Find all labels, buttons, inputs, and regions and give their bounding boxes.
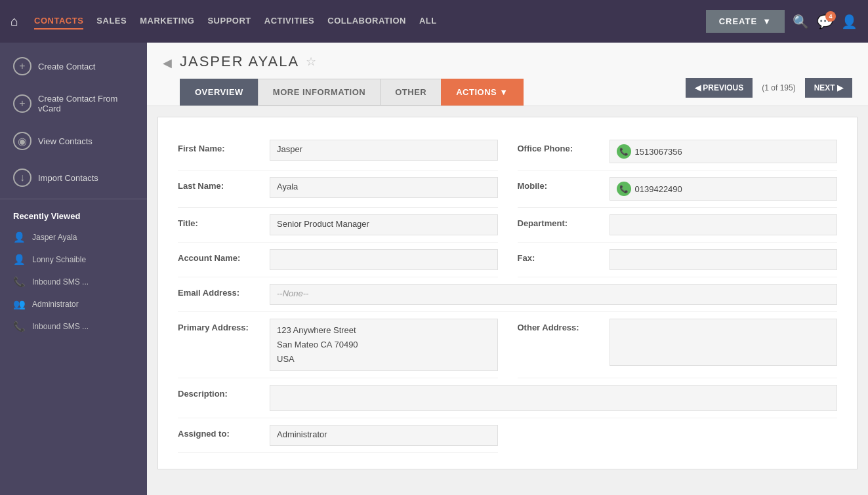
home-icon[interactable]: ⌂ bbox=[10, 14, 18, 29]
account-name-label: Account Name: bbox=[178, 249, 270, 263]
department-value[interactable] bbox=[610, 214, 838, 235]
row-last-name-mobile: Last Name: Ayala Mobile: 📞 0139422490 bbox=[178, 170, 837, 208]
field-primary-address: Primary Address: 123 Anywhere Street San… bbox=[178, 312, 498, 378]
mobile-value[interactable]: 📞 0139422490 bbox=[610, 177, 838, 201]
recent-inbound-sms-2[interactable]: 📞 Inbound SMS ... bbox=[0, 315, 147, 338]
email-value[interactable]: --None-- bbox=[270, 284, 837, 305]
description-label: Description: bbox=[178, 385, 270, 399]
nav-activities[interactable]: ACTIVITIES bbox=[264, 13, 315, 30]
nav-right-actions: CREATE ▼ 🔍 💬 4 👤 bbox=[706, 10, 858, 33]
record-form: First Name: Jasper Office Phone: 📞 15130… bbox=[157, 117, 858, 469]
view-contacts-action[interactable]: ◉ View Contacts bbox=[0, 123, 147, 159]
field-first-name: First Name: Jasper bbox=[178, 133, 498, 170]
primary-address-value[interactable]: 123 Anywhere Street San Mateo CA 70490 U… bbox=[270, 319, 498, 371]
create-contact-icon: + bbox=[13, 57, 31, 75]
other-address-label: Other Address: bbox=[518, 319, 610, 332]
first-name-label: First Name: bbox=[178, 140, 270, 153]
top-navigation: ⌂ CONTACTS SALES MARKETING SUPPORT ACTIV… bbox=[0, 0, 868, 43]
field-assigned-to: Assigned to: Administrator bbox=[178, 418, 498, 453]
page-info: (1 of 195) bbox=[758, 83, 799, 92]
field-account-name: Account Name: bbox=[178, 243, 498, 277]
create-vcard-label: Create Contact From vCard bbox=[38, 94, 134, 113]
row-first-name-office-phone: First Name: Jasper Office Phone: 📞 15130… bbox=[178, 133, 837, 170]
row-account-fax: Account Name: Fax: bbox=[178, 243, 837, 277]
person-icon-1: 👤 bbox=[13, 231, 26, 243]
recent-jasper-ayala[interactable]: 👤 Jasper Ayala bbox=[0, 226, 147, 248]
field-description: Description: bbox=[178, 378, 837, 418]
previous-button[interactable]: ◀ PREVIOUS bbox=[686, 78, 753, 98]
row-description: Description: bbox=[178, 378, 837, 418]
nav-support[interactable]: SUPPORT bbox=[207, 13, 251, 30]
last-name-value[interactable]: Ayala bbox=[270, 177, 498, 198]
primary-address-label: Primary Address: bbox=[178, 319, 270, 332]
title-value[interactable]: Senior Product Manager bbox=[270, 214, 498, 235]
field-title: Title: Senior Product Manager bbox=[178, 208, 498, 243]
import-contacts-action[interactable]: ↓ Import Contacts bbox=[0, 159, 147, 196]
title-label: Title: bbox=[178, 214, 270, 228]
last-name-label: Last Name: bbox=[178, 177, 270, 191]
back-arrow-icon[interactable]: ◀ bbox=[163, 56, 172, 70]
view-contacts-label: View Contacts bbox=[38, 136, 93, 146]
nav-menu: CONTACTS SALES MARKETING SUPPORT ACTIVIT… bbox=[34, 13, 690, 30]
record-name: JASPER AYALA ☆ bbox=[180, 53, 852, 70]
nav-contacts[interactable]: CONTACTS bbox=[34, 13, 83, 30]
import-contacts-label: Import Contacts bbox=[38, 173, 98, 183]
recently-viewed-heading: Recently Viewed bbox=[0, 202, 147, 226]
search-icon[interactable]: 🔍 bbox=[793, 14, 809, 30]
tab-other[interactable]: OTHER bbox=[380, 79, 442, 106]
create-contact-action[interactable]: + Create Contact bbox=[0, 48, 147, 85]
user-avatar[interactable]: 👤 bbox=[841, 14, 858, 30]
record-header: ◀ JASPER AYALA ☆ OVERVIEW MORE INFORMATI… bbox=[147, 43, 868, 106]
recent-lonny-schaible[interactable]: 👤 Lonny Schaible bbox=[0, 248, 147, 271]
person-icon-2: 👤 bbox=[13, 254, 26, 266]
recent-administrator[interactable]: 👥 Administrator bbox=[0, 293, 147, 315]
field-other-address: Other Address: bbox=[518, 312, 838, 378]
field-department: Department: bbox=[518, 208, 838, 243]
pagination-area: ◀ PREVIOUS (1 of 195) NEXT ▶ bbox=[686, 78, 852, 98]
nav-marketing[interactable]: MARKETING bbox=[140, 13, 194, 30]
mobile-label: Mobile: bbox=[518, 177, 610, 191]
account-name-value[interactable] bbox=[270, 249, 498, 270]
create-contact-vcard-action[interactable]: + Create Contact From vCard bbox=[0, 85, 147, 123]
other-address-value[interactable] bbox=[610, 319, 838, 366]
email-label: Email Address: bbox=[178, 284, 270, 298]
tab-overview[interactable]: OVERVIEW bbox=[180, 79, 258, 106]
page-layout: + Create Contact + Create Contact From v… bbox=[0, 43, 868, 495]
recent-inbound-sms-1[interactable]: 📞 Inbound SMS ... bbox=[0, 271, 147, 293]
department-label: Department: bbox=[518, 214, 610, 228]
phone-icon-1: 📞 bbox=[13, 276, 26, 288]
next-button[interactable]: NEXT ▶ bbox=[805, 78, 852, 98]
create-button[interactable]: CREATE ▼ bbox=[706, 10, 785, 33]
phone-icon-2: 📞 bbox=[13, 321, 26, 332]
nav-all[interactable]: ALL bbox=[419, 13, 437, 30]
nav-sales[interactable]: SALES bbox=[96, 13, 127, 30]
tab-actions[interactable]: ACTIONS ▼ bbox=[441, 79, 523, 106]
create-contact-label: Create Contact bbox=[38, 62, 95, 71]
create-vcard-icon: + bbox=[13, 94, 31, 113]
office-phone-value[interactable]: 📞 1513067356 bbox=[610, 140, 838, 163]
row-assigned-to: Assigned to: Administrator bbox=[178, 418, 837, 453]
tabs-bar: OVERVIEW MORE INFORMATION OTHER ACTIONS … bbox=[180, 78, 852, 106]
mobile-phone-icon: 📞 bbox=[617, 182, 631, 196]
description-value[interactable] bbox=[270, 385, 837, 411]
first-name-value[interactable]: Jasper bbox=[270, 140, 498, 161]
import-contacts-icon: ↓ bbox=[13, 168, 31, 187]
fax-value[interactable] bbox=[610, 249, 838, 270]
field-mobile: Mobile: 📞 0139422490 bbox=[518, 170, 838, 208]
contact-full-name: JASPER AYALA bbox=[180, 53, 299, 70]
row-addresses: Primary Address: 123 Anywhere Street San… bbox=[178, 312, 837, 378]
row-title-department: Title: Senior Product Manager Department… bbox=[178, 208, 837, 243]
favorite-star-icon[interactable]: ☆ bbox=[306, 54, 318, 69]
office-phone-label: Office Phone: bbox=[518, 140, 610, 153]
record-title-area: JASPER AYALA ☆ OVERVIEW MORE INFORMATION… bbox=[180, 53, 852, 106]
nav-collaboration[interactable]: COLLABORATION bbox=[327, 13, 406, 30]
people-icon: 👥 bbox=[13, 298, 26, 310]
sidebar: + Create Contact + Create Contact From v… bbox=[0, 43, 147, 495]
notifications-icon[interactable]: 💬 4 bbox=[817, 14, 833, 30]
tab-more-information[interactable]: MORE INFORMATION bbox=[258, 79, 381, 106]
notification-badge: 4 bbox=[825, 11, 836, 22]
assigned-to-value[interactable]: Administrator bbox=[270, 425, 498, 446]
field-email: Email Address: --None-- bbox=[178, 277, 837, 312]
field-fax: Fax: bbox=[518, 243, 838, 277]
office-phone-icon: 📞 bbox=[617, 144, 631, 159]
